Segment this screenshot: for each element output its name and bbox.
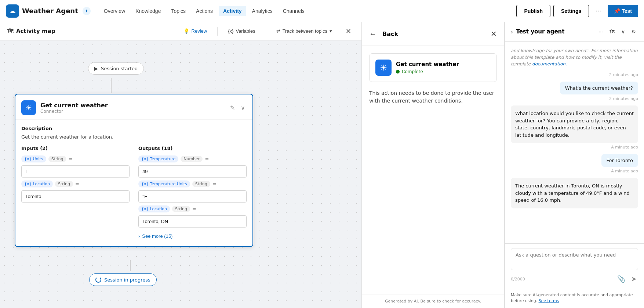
units-var-x: {x} — [24, 157, 32, 161]
nav-knowledge[interactable]: Knowledge — [131, 6, 165, 16]
user-msg-2: For Toronto — [601, 154, 638, 167]
send-button[interactable]: ➤ — [630, 273, 638, 284]
timestamp-2: 2 minutes ago — [511, 96, 638, 101]
session-line — [111, 78, 112, 93]
test-refresh-button[interactable]: ↻ — [629, 27, 638, 36]
edit-button[interactable]: ✎ — [229, 103, 236, 113]
session-in-progress-node: Session in progress — [89, 273, 157, 286]
expand-button[interactable]: ∨ — [239, 103, 247, 113]
location-eq: = — [75, 181, 79, 187]
output-location-input[interactable] — [138, 215, 247, 228]
track-topics-button[interactable]: ⇄ Track between topics ▾ — [272, 26, 336, 36]
main-container: 🗺 Activity map 💡 Review {x} Variables ⇄ … — [0, 22, 644, 308]
output-location-type-badge: String — [172, 206, 190, 212]
nav-actions: Publish Settings ··· 📌 Test — [516, 5, 638, 17]
location-var-badge: {x} Location — [21, 180, 53, 187]
timestamp-1: 2 minutes ago — [511, 72, 638, 77]
review-button[interactable]: 💡 Review — [179, 26, 212, 36]
units-input[interactable] — [21, 165, 130, 178]
io-row: Inputs (2) {x} Units String = — [21, 146, 247, 240]
session-started-node: ▶ Session started — [88, 62, 144, 75]
intro-message: and knowledge for your own needs. For mo… — [511, 47, 638, 67]
detail-card: ☀ Get current weather Complete — [369, 53, 497, 82]
status-dot — [396, 70, 400, 74]
description-text: Get the current weather for a location. — [21, 134, 247, 140]
detail-back-button[interactable]: ← — [368, 28, 378, 40]
ai-icon: ✦ — [83, 7, 91, 15]
activity-toolbar: 🗺 Activity map 💡 Review {x} Variables ⇄ … — [0, 22, 361, 40]
nav-channels[interactable]: Channels — [279, 6, 309, 16]
temp-units-var-badge: {x} Temperature Units — [138, 180, 190, 187]
progress-spinner — [95, 277, 101, 283]
nav-actions[interactable]: Actions — [192, 6, 217, 16]
app-logo: ☁ — [6, 4, 19, 18]
temperature-input[interactable] — [138, 165, 247, 178]
temp-units-variable-row: {x} Temperature Units String = — [138, 180, 247, 187]
publish-button[interactable]: Publish — [516, 5, 550, 17]
temp-units-input[interactable] — [138, 190, 247, 203]
test-chevron-button[interactable]: ∨ — [619, 27, 627, 36]
temperature-var-badge: {x} Temperature — [138, 155, 178, 162]
temperature-variable-row: {x} Temperature Number = — [138, 155, 247, 162]
detail-footer: Generated by AI. Be sure to check for ac… — [362, 294, 504, 308]
test-header: › Test your agent ··· 🗺 ∨ ↻ — [505, 22, 644, 42]
location-input[interactable] — [21, 190, 130, 203]
test-button[interactable]: 📌 Test — [608, 5, 638, 17]
more-button[interactable]: ··· — [592, 5, 605, 17]
test-disclaimer: Make sure AI-generated content is accura… — [505, 289, 644, 308]
detail-title: Back — [382, 31, 489, 37]
connector-subtitle: Connector — [40, 109, 229, 114]
outputs-column: Outputs (18) {x} Temperature Number = — [138, 146, 247, 240]
units-variable-row: {x} Units String = — [21, 155, 130, 162]
activity-map-title: 🗺 Activity map — [7, 28, 55, 35]
test-messages: and knowledge for your own needs. For mo… — [505, 42, 644, 243]
output-location-var-badge: {x} Location — [138, 205, 170, 212]
timestamp-4: A minute ago — [511, 169, 638, 173]
user-msg-1: What's the current weather? — [560, 82, 638, 94]
expand-icon: › — [511, 28, 513, 35]
connector-icon: ☀ — [21, 100, 36, 115]
test-input-footer: 0/2000 📎 ➤ — [511, 273, 638, 284]
toolbar-actions: 💡 Review {x} Variables ⇄ Track between t… — [179, 25, 354, 37]
output-location-variable-row: {x} Location String = — [138, 205, 247, 212]
close-button[interactable]: ✕ — [342, 25, 354, 37]
test-input[interactable] — [511, 248, 638, 270]
user-msg-2-group: For Toronto A minute ago — [511, 154, 638, 173]
see-more-button[interactable]: › See more (15) — [138, 232, 172, 240]
attach-button[interactable]: 📎 — [616, 273, 627, 284]
variables-button[interactable]: {x} Variables — [223, 26, 259, 36]
units-var-badge: {x} Units — [21, 155, 46, 162]
nav-analytics[interactable]: Analytics — [248, 6, 277, 16]
detail-header: ← Back ✕ — [362, 22, 504, 46]
units-type-badge: String — [48, 156, 66, 162]
nav-activity[interactable]: Activity — [219, 6, 246, 16]
test-title: Test your agent — [516, 28, 596, 35]
inputs-column: Inputs (2) {x} Units String = — [21, 146, 130, 240]
location-type-badge: String — [55, 181, 73, 187]
outputs-header: Outputs (18) — [138, 146, 247, 151]
nav-links: Overview Knowledge Topics Actions Activi… — [99, 6, 514, 16]
units-eq: = — [68, 156, 72, 162]
connector-card: ☀ Get current weather Connector ✎ ∨ Desc… — [15, 94, 253, 247]
settings-button[interactable]: Settings — [553, 5, 589, 17]
detail-body: ☀ Get current weather Complete This acti… — [362, 46, 504, 294]
see-terms-link[interactable]: See terms — [539, 298, 559, 303]
detail-close-button[interactable]: ✕ — [489, 28, 498, 40]
lightbulb-icon: 💡 — [183, 28, 189, 34]
top-nav: ☁ Weather Agent ✦ Overview Knowledge Top… — [0, 0, 644, 22]
inputs-header: Inputs (2) — [21, 146, 130, 151]
test-input-area: 0/2000 📎 ➤ — [505, 243, 644, 289]
app-title: Weather Agent — [22, 7, 78, 15]
nav-topics[interactable]: Topics — [167, 6, 190, 16]
documentation-link[interactable]: documentation. — [532, 61, 567, 67]
test-map-button[interactable]: 🗺 — [607, 27, 617, 36]
play-icon: ▶ — [94, 66, 98, 71]
variables-icon: {x} — [228, 28, 233, 34]
connector-title: Get current weather — [40, 102, 229, 109]
bot-msg-2: The current weather in Toronto, ON is mo… — [511, 178, 638, 208]
connector-title-group: Get current weather Connector — [40, 102, 229, 114]
nav-overview[interactable]: Overview — [99, 6, 130, 16]
test-panel: › Test your agent ··· 🗺 ∨ ↻ and knowledg… — [505, 22, 644, 308]
test-more-button[interactable]: ··· — [596, 27, 605, 36]
pin-icon: 📌 — [614, 8, 620, 14]
